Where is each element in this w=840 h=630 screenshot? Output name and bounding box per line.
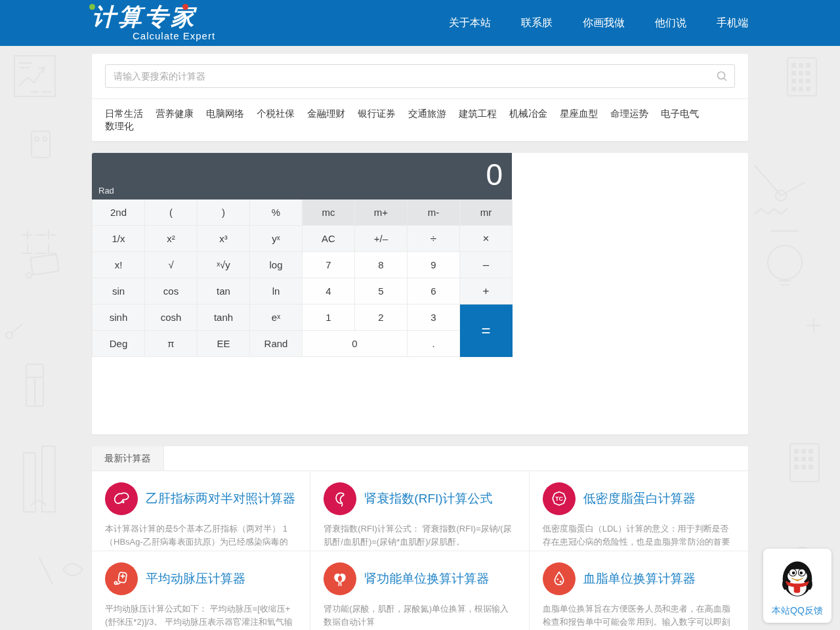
calc-key[interactable]: Rand (250, 331, 303, 357)
calc-key[interactable]: 6 (408, 278, 460, 304)
calculator-card[interactable]: 血脂单位换算计算器血脂单位换算旨在方便医务人员和患者，在高血脂检查和报告单中可能… (530, 551, 748, 630)
calc-key[interactable]: x² (145, 226, 198, 252)
calculator-card[interactable]: 乙肝指标两对半对照计算器本计算器计算的是5个基本乙肝指标（两对半） 1（HBsA… (92, 471, 310, 551)
category-link[interactable]: 金融理财 (307, 108, 345, 120)
calc-key[interactable]: ln (250, 278, 303, 304)
calc-key[interactable]: 2nd (93, 200, 145, 226)
category-link[interactable]: 交通旅游 (408, 108, 446, 120)
search-panel: 日常生活营养健康电脑网络个税社保金融理财银行证券交通旅游建筑工程机械冶金星座血型… (92, 54, 748, 141)
calculator-card[interactable]: 肾衰指数(RFI)计算公式肾衰指数(RFI)计算公式： 肾衰指数(RFI)=尿钠… (310, 471, 529, 551)
calc-key[interactable]: x! (93, 252, 145, 278)
card-title[interactable]: 平均动脉压计算器 (146, 570, 245, 587)
calc-key[interactable]: – (460, 252, 513, 278)
calc-key[interactable]: × (460, 226, 513, 252)
calc-key[interactable]: % (250, 200, 303, 226)
category-link[interactable]: 建筑工程 (459, 108, 497, 120)
qq-feedback-label: 本站QQ反馈 (767, 605, 828, 617)
calc-key[interactable]: 8 (355, 252, 408, 278)
liver-icon (105, 482, 138, 515)
calc-key[interactable]: 0 (303, 331, 408, 357)
calc-key[interactable]: cos (145, 278, 198, 304)
calc-key[interactable]: . (408, 331, 460, 357)
nav-item[interactable]: 他们说 (655, 16, 686, 30)
calculator-keypad: 2nd()%mcm+m-mr1/xx²x³yˣAC+/–÷×x!√ˣ√ylog7… (92, 200, 512, 357)
calc-key[interactable]: tanh (198, 304, 250, 331)
calc-key[interactable]: EE (198, 331, 250, 357)
card-title[interactable]: 乙肝指标两对半对照计算器 (146, 490, 295, 507)
calc-key[interactable]: sin (93, 278, 145, 304)
nav-item[interactable]: 联系朕 (521, 16, 553, 30)
calc-key[interactable]: yˣ (250, 226, 303, 252)
category-link[interactable]: 星座血型 (560, 108, 598, 120)
calc-key[interactable]: m+ (355, 200, 408, 226)
nav-item[interactable]: 手机端 (717, 16, 748, 30)
calc-key[interactable]: ÷ (408, 226, 460, 252)
logo[interactable]: 计算专家 Calculate Expert (92, 5, 215, 41)
calc-key[interactable]: mc (303, 200, 355, 226)
card-title[interactable]: 肾衰指数(RFI)计算公式 (364, 490, 492, 507)
calc-key[interactable]: 7 (303, 252, 355, 278)
calc-key[interactable]: +/– (355, 226, 408, 252)
calc-key[interactable]: = (460, 304, 513, 357)
calc-key[interactable]: 9 (408, 252, 460, 278)
nav-item[interactable]: 关于本站 (449, 16, 491, 30)
calc-key[interactable]: √ (145, 252, 198, 278)
calc-key[interactable]: 3 (408, 304, 460, 331)
calc-key[interactable]: + (460, 278, 513, 304)
calc-key[interactable]: AC (303, 226, 355, 252)
calc-key[interactable]: eˣ (250, 304, 303, 331)
calc-key[interactable]: ( (145, 200, 198, 226)
main-nav: 关于本站联系朕你画我做他们说手机端 (449, 16, 748, 30)
calc-key[interactable]: 1 (303, 304, 355, 331)
category-link[interactable]: 机械冶金 (509, 108, 547, 120)
tc-badge-icon: TC (543, 482, 576, 515)
category-link[interactable]: 日常生活 (105, 108, 143, 120)
calc-key[interactable]: 1/x (93, 226, 145, 252)
calculator-card[interactable]: 肾功能单位换算计算器肾功能(尿酸，肌酐，尿酸氮)单位换算，根据输入数据自动计算 (310, 551, 529, 630)
category-link[interactable]: 银行证券 (358, 108, 396, 120)
calc-key[interactable]: log (250, 252, 303, 278)
calculator-card[interactable]: TC低密度脂蛋白计算器低密度脂蛋白（LDL）计算的意义：用于判断是否存在患冠心病… (530, 471, 748, 551)
card-description: 低密度脂蛋白（LDL）计算的意义：用于判断是否存在患冠心病的危险性，也是血脂异常… (543, 522, 735, 549)
card-description: 血脂单位换算旨在方便医务人员和患者，在高血脂检查和报告单中可能会常用到。输入数字… (543, 602, 735, 629)
blood-drop-icon (543, 562, 576, 595)
calc-key[interactable]: ˣ√y (198, 252, 250, 278)
card-title[interactable]: 低密度脂蛋白计算器 (583, 490, 696, 507)
calc-key[interactable]: sinh (93, 304, 145, 331)
calc-key[interactable]: ) (198, 200, 250, 226)
calc-key[interactable]: m- (408, 200, 460, 226)
calc-key[interactable]: tan (198, 278, 250, 304)
qq-feedback-widget[interactable]: 本站QQ反馈 (763, 549, 831, 623)
kidneys-icon (324, 562, 356, 595)
card-grid: 乙肝指标两对半对照计算器本计算器计算的是5个基本乙肝指标（两对半） 1（HBsA… (92, 471, 748, 630)
calculator-card[interactable]: 平均动脉压计算器平均动脉压计算公式如下： 平均动脉压=[收缩压+(舒张压*2)]… (92, 551, 310, 630)
calc-key[interactable]: Deg (93, 331, 145, 357)
calc-key[interactable]: x³ (198, 226, 250, 252)
calc-key[interactable]: cosh (145, 304, 198, 331)
blood-pressure-icon (105, 562, 138, 595)
category-link[interactable]: 数理化 (105, 120, 134, 133)
calc-key[interactable]: 5 (355, 278, 408, 304)
kidney-icon (324, 482, 356, 515)
search-icon[interactable] (715, 70, 728, 83)
category-link[interactable]: 电子电气 (661, 108, 699, 120)
category-link[interactable]: 营养健康 (156, 108, 194, 120)
calc-key[interactable]: mr (460, 200, 513, 226)
category-nav: 日常生活营养健康电脑网络个税社保金融理财银行证券交通旅游建筑工程机械冶金星座血型… (92, 99, 748, 141)
nav-item[interactable]: 你画我做 (583, 16, 625, 30)
tab-latest-calculators[interactable]: 最新计算器 (92, 446, 164, 471)
calculator-panel: 0 Rad 2nd()%mcm+m-mr1/xx²x³yˣAC+/–÷×x!√ˣ… (92, 153, 748, 434)
calculator-value: 0 (486, 157, 503, 192)
card-description: 肾功能(尿酸，肌酐，尿酸氮)单位换算，根据输入数据自动计算 (324, 602, 515, 629)
card-title[interactable]: 血脂单位换算计算器 (583, 570, 696, 587)
category-link[interactable]: 电脑网络 (206, 108, 244, 120)
calc-key[interactable]: π (145, 331, 198, 357)
logo-subtitle: Calculate Expert (92, 31, 215, 41)
card-title[interactable]: 肾功能单位换算计算器 (364, 570, 489, 587)
qq-penguin-icon (775, 555, 820, 600)
calc-key[interactable]: 2 (355, 304, 408, 331)
category-link[interactable]: 个税社保 (257, 108, 295, 120)
category-link[interactable]: 命理运势 (610, 108, 648, 120)
calc-key[interactable]: 4 (303, 278, 355, 304)
search-input[interactable] (105, 64, 735, 88)
